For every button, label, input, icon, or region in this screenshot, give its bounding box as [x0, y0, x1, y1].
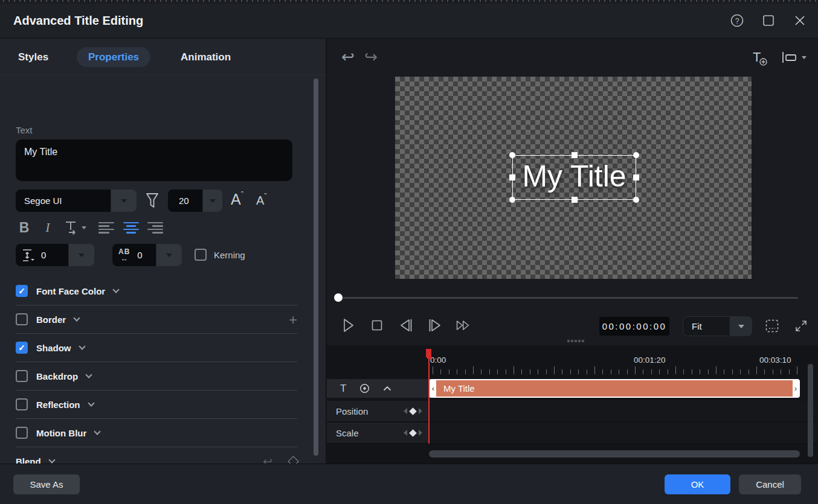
section-motion-blur: Motion Blur — [0, 419, 326, 447]
seek-bar[interactable] — [343, 297, 798, 299]
bold-button[interactable]: B — [18, 219, 31, 236]
section-label: Shadow — [36, 343, 71, 353]
clip-trim-left-handle[interactable]: ‹ — [430, 380, 436, 397]
chevron-down-icon[interactable] — [86, 371, 92, 378]
text-label: Text — [16, 125, 33, 135]
chevron-down-icon[interactable] — [113, 286, 120, 293]
chevron-down-icon[interactable] — [94, 428, 101, 435]
cancel-button[interactable]: Cancel — [739, 474, 801, 494]
resize-handle[interactable] — [633, 197, 639, 203]
save-as-button[interactable]: Save As — [13, 474, 80, 494]
chevron-down-icon[interactable] — [88, 400, 94, 406]
resize-handle[interactable] — [572, 197, 578, 203]
row-label: Scale — [336, 428, 359, 438]
panel-scrollbar[interactable] — [314, 78, 318, 456]
font-size-select[interactable]: 20 — [168, 190, 222, 212]
tab-bar: Styles Properties Animation — [0, 39, 326, 75]
seek-playhead-knob[interactable] — [334, 293, 343, 302]
preview-pane: ↩ ↪ T My Title — [327, 39, 818, 345]
resize-handle[interactable] — [509, 197, 515, 203]
border-checkbox[interactable] — [16, 313, 28, 325]
line-spacing-value[interactable]: 0 — [41, 250, 46, 260]
decrease-font-size-icon[interactable]: Aˇ — [256, 194, 267, 208]
align-center-button[interactable] — [123, 219, 139, 236]
next-frame-button[interactable] — [426, 316, 444, 334]
letter-spacing-dropdown-button[interactable] — [156, 244, 182, 266]
font-filter-icon[interactable] — [144, 191, 161, 211]
reflection-checkbox[interactable] — [16, 398, 28, 410]
playhead-line[interactable] — [428, 349, 430, 444]
previous-keyframe-icon[interactable] — [404, 430, 407, 436]
motion-blur-checkbox[interactable] — [16, 427, 28, 439]
font-size-value[interactable]: 20 — [168, 190, 202, 212]
chevron-down-icon[interactable] — [48, 456, 55, 463]
maximize-icon[interactable] — [760, 12, 777, 29]
shadow-checkbox[interactable]: ✓ — [16, 342, 28, 354]
timeline-vertical-scrollbar[interactable] — [808, 364, 813, 457]
add-keyframe-icon[interactable] — [409, 429, 417, 437]
title-text-input[interactable]: My Title — [16, 139, 292, 181]
zoom-mode-select[interactable]: Fit — [683, 316, 752, 336]
timeline-ruler[interactable]: 0:00 00:01:20 00:03:10 — [429, 349, 806, 379]
italic-button[interactable]: I — [42, 219, 53, 236]
chevron-down-icon[interactable] — [79, 343, 85, 349]
chevron-down-icon — [79, 254, 85, 257]
tab-styles[interactable]: Styles — [18, 47, 48, 67]
font-size-dropdown-button[interactable] — [203, 190, 222, 212]
track-header: T — [327, 379, 428, 398]
ok-button[interactable]: OK — [665, 474, 730, 494]
playhead-marker[interactable] — [426, 349, 431, 359]
help-icon[interactable]: ? — [729, 12, 746, 29]
ruler-label: 00:01:20 — [634, 356, 666, 365]
backdrop-checkbox[interactable] — [16, 370, 28, 382]
clip-trim-right-handle[interactable]: › — [793, 380, 799, 397]
zoom-mode-dropdown-button[interactable] — [730, 316, 752, 336]
font-family-dropdown-button[interactable] — [111, 190, 137, 212]
next-keyframe-icon[interactable] — [419, 430, 422, 436]
font-face-color-checkbox[interactable]: ✓ — [16, 285, 28, 297]
resize-handle[interactable] — [633, 152, 639, 158]
title-selection-box[interactable]: My Title — [512, 155, 636, 200]
pane-resize-handle[interactable] — [567, 340, 584, 342]
line-spacing-select[interactable]: 0 — [16, 244, 94, 266]
text-transform-button[interactable] — [63, 219, 87, 236]
resize-handle[interactable] — [509, 174, 515, 180]
fast-forward-button[interactable] — [455, 316, 473, 334]
visibility-icon[interactable] — [359, 383, 370, 394]
tab-animation[interactable]: Animation — [181, 47, 231, 67]
next-keyframe-icon[interactable] — [419, 408, 422, 414]
align-right-button[interactable] — [147, 219, 163, 236]
resize-handle[interactable] — [509, 152, 515, 158]
title-clip[interactable]: My Title ‹ › — [429, 379, 800, 398]
collapse-chevron-icon[interactable] — [383, 386, 391, 391]
preview-title-text[interactable]: My Title — [513, 159, 636, 194]
undo-icon[interactable]: ↩ — [341, 49, 355, 65]
previous-keyframe-icon[interactable] — [404, 408, 407, 414]
letter-spacing-select[interactable]: AB↔ 0 — [112, 244, 182, 266]
add-keyframe-icon[interactable] — [409, 407, 417, 415]
font-family-value[interactable]: Segoe UI — [16, 190, 111, 212]
stop-button[interactable] — [368, 316, 386, 334]
line-spacing-dropdown-button[interactable] — [69, 244, 94, 266]
tab-properties[interactable]: Properties — [77, 47, 150, 67]
previous-frame-button[interactable] — [397, 316, 415, 334]
safe-area-grid-icon[interactable] — [764, 318, 780, 334]
increase-font-size-icon[interactable]: Aˆ — [231, 191, 243, 208]
font-family-select[interactable]: Segoe UI — [16, 190, 137, 212]
redo-icon[interactable]: ↪ — [364, 49, 378, 65]
fullscreen-icon[interactable] — [793, 318, 809, 334]
text-boundary-icon[interactable] — [781, 51, 807, 64]
preview-canvas[interactable]: My Title — [395, 77, 752, 279]
close-icon[interactable] — [791, 12, 808, 29]
play-button[interactable] — [339, 316, 357, 334]
add-border-icon[interactable]: + — [289, 311, 297, 328]
resize-handle[interactable] — [572, 152, 578, 158]
align-left-button[interactable] — [98, 219, 114, 236]
timeline-horizontal-scrollbar[interactable] — [429, 450, 800, 458]
zoom-mode-value[interactable]: Fit — [683, 316, 729, 336]
kerning-checkbox[interactable] — [195, 249, 207, 261]
resize-handle[interactable] — [633, 174, 639, 180]
chevron-down-icon[interactable] — [74, 314, 80, 321]
letter-spacing-value[interactable]: 0 — [137, 250, 142, 260]
add-text-icon[interactable]: T — [753, 49, 761, 65]
